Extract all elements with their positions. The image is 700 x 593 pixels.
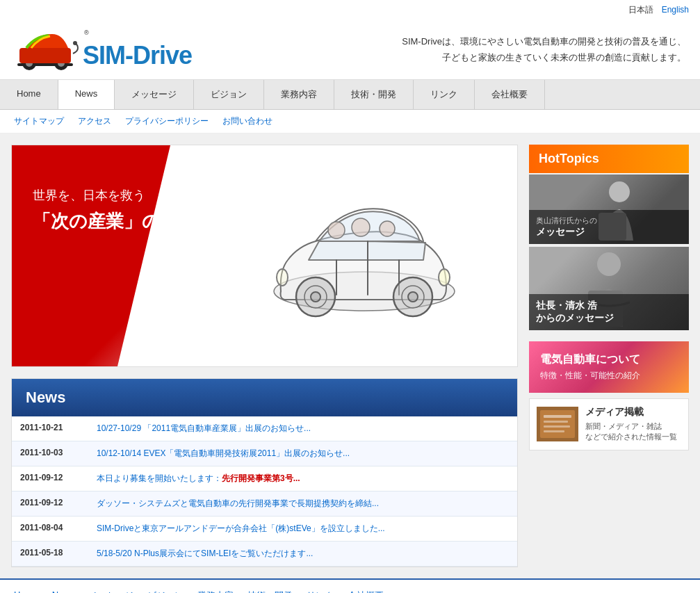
nav-tech[interactable]: 技術・開発 xyxy=(334,80,414,109)
ev-card-heading: 電気自動車について xyxy=(540,352,678,367)
footer-nav-company[interactable]: 会社概要 xyxy=(348,590,384,593)
table-row: 2011-08-04 SIM-Driveと東京アールアンドデーが合弁会社「(株)… xyxy=(12,517,517,542)
table-row: 2011-09-12 本日より募集を開始いたします：先行開発事業第3号... xyxy=(12,466,517,492)
news-text: 10/12-10/14 EVEX「電気自動車開発技術展2011」出展のお知らせ.… xyxy=(88,441,517,466)
media-text-area: メディア掲載 新聞・メディア・雑誌などで紹介された情報一覧 xyxy=(585,406,677,443)
news-highlight-link[interactable]: 先行開発事業第3号... xyxy=(222,473,300,483)
svg-rect-29 xyxy=(544,421,568,423)
svg-point-16 xyxy=(408,292,418,302)
tagline-line1: SIM-Driveは、環境にやさしい電気自動車の開発と技術の普及を通じ、 xyxy=(402,34,686,49)
card-1-overlay: 奥山清行氏からの メッセージ xyxy=(529,210,689,244)
lang-bar: 日本語 English xyxy=(0,0,700,20)
hero-text: 世界を、日本を救う 「次の産業」の創出 xyxy=(33,187,197,234)
table-row: 2011-05-18 5/18-5/20 N-Plus展示会にてSIM-LEIを… xyxy=(12,542,517,567)
tagline: SIM-Driveは、環境にやさしい電気自動車の開発と技術の普及を通じ、 子ども… xyxy=(402,34,686,65)
news-date: 2011-10-03 xyxy=(12,441,88,466)
news-text: SIM-Driveと東京アールアンドデーが合弁会社「(株)stEVe」を設立しま… xyxy=(88,517,517,542)
car-logo-icon xyxy=(14,27,80,72)
svg-point-21 xyxy=(277,269,288,286)
svg-point-18 xyxy=(352,218,370,236)
card-2-title: 社長・清水 浩からのメッセージ xyxy=(536,300,682,325)
tagline-line2: 子どもと家族の生きていく未来の世界の創造に貢献します。 xyxy=(402,50,686,65)
logo-area: ® SIM-Drive xyxy=(14,27,192,72)
news-text: 5/18-5/20 N-Plus展示会にてSIM-LEIをご覧いただけます... xyxy=(88,542,517,567)
sidebar: HotTopics 奥山清行氏からの メッセージ xyxy=(529,145,689,567)
sub-nav: サイトマップ アクセス プライバシーポリシー お問い合わせ xyxy=(0,110,700,133)
svg-rect-31 xyxy=(544,430,564,432)
nav-message[interactable]: メッセージ xyxy=(115,80,194,109)
hero-car-image xyxy=(253,173,475,340)
hot-topics-header: HotTopics xyxy=(529,145,689,173)
media-thumb-icon xyxy=(537,407,578,441)
news-heading: News xyxy=(26,389,503,407)
news-date: 2011-09-12 xyxy=(12,492,88,517)
logo-brand: SIM-Drive xyxy=(83,41,192,70)
svg-point-17 xyxy=(328,222,345,238)
news-date: 2011-08-04 xyxy=(12,517,88,542)
hero-line2: 「次の産業」の創出 xyxy=(33,209,197,234)
svg-point-6 xyxy=(73,41,77,45)
svg-point-19 xyxy=(380,221,395,236)
logo-text-area: ® SIM-Drive xyxy=(83,29,192,70)
svg-rect-30 xyxy=(544,425,570,428)
table-row: 2011-09-12 ダッソー・システムズと電気自動車の先行開発事業で長期提携契… xyxy=(12,492,517,517)
card-1-subtitle: 奥山清行氏からの xyxy=(536,216,682,226)
media-thumbnail xyxy=(537,407,578,441)
footer-nav-news[interactable]: News xyxy=(52,590,75,593)
japanese-label: 日本語 xyxy=(628,5,653,15)
news-text: ダッソー・システムズと電気自動車の先行開発事業で長期提携契約を締結... xyxy=(88,492,517,517)
nav-business[interactable]: 業務内容 xyxy=(264,80,334,109)
nav-links[interactable]: リンク xyxy=(414,80,475,109)
footer-nav: Home News メッセージ ビジョン 業務内容 技術・開発 リンク 会社概要… xyxy=(0,578,700,593)
news-section: News 2011-10-21 10/27-10/29 「2011電気自動車産業… xyxy=(11,378,518,567)
news-table: 2011-10-21 10/27-10/29 「2011電気自動車産業展」出展の… xyxy=(12,416,517,567)
media-card[interactable]: メディア掲載 新聞・メディア・雑誌などで紹介された情報一覧 xyxy=(529,398,689,450)
subnav-contact[interactable]: お問い合わせ xyxy=(222,115,272,127)
ev-card[interactable]: 電気自動車について 特徴・性能・可能性の紹介 xyxy=(529,341,689,393)
subnav-sitemap[interactable]: サイトマップ xyxy=(14,115,64,127)
media-card-heading: メディア掲載 xyxy=(585,406,677,419)
nav-company[interactable]: 会社概要 xyxy=(475,80,545,109)
subnav-access[interactable]: アクセス xyxy=(78,115,111,127)
svg-rect-27 xyxy=(540,410,575,438)
table-row: 2011-10-03 10/12-10/14 EVEX「電気自動車開発技術展20… xyxy=(12,441,517,466)
table-row: 2011-10-21 10/27-10/29 「2011電気自動車産業展」出展の… xyxy=(12,416,517,441)
nav-vision[interactable]: ビジョン xyxy=(194,80,264,109)
svg-point-13 xyxy=(311,292,320,302)
card-1-title: メッセージ xyxy=(536,226,682,238)
footer-nav-business[interactable]: 業務内容 xyxy=(197,590,234,593)
nav-home[interactable]: Home xyxy=(0,80,58,109)
hero-red-bg xyxy=(12,145,276,366)
svg-rect-28 xyxy=(544,415,571,418)
svg-rect-5 xyxy=(19,48,71,63)
nav-news[interactable]: News xyxy=(58,80,115,109)
hot-topics-card-2[interactable]: 社長・清水 浩からのメッセージ xyxy=(529,247,689,330)
main-nav: Home News メッセージ ビジョン 業務内容 技術・開発 リンク 会社概要 xyxy=(0,80,700,110)
news-date: 2011-10-21 xyxy=(12,416,88,441)
english-link[interactable]: English xyxy=(662,5,689,15)
subnav-privacy[interactable]: プライバシーポリシー xyxy=(125,115,209,127)
hot-topics-heading: HotTopics xyxy=(539,152,679,166)
svg-point-22 xyxy=(609,181,630,202)
footer-nav-links: Home News メッセージ ビジョン 業務内容 技術・開発 リンク 会社概要 xyxy=(14,590,686,593)
main-content: 世界を、日本を救う 「次の産業」の創出 xyxy=(11,145,518,567)
footer-nav-tech[interactable]: 技術・開発 xyxy=(247,590,293,593)
news-text: 本日より募集を開始いたします：先行開発事業第3号... xyxy=(88,466,517,492)
footer-nav-message[interactable]: メッセージ xyxy=(88,590,133,593)
news-text: 10/27-10/29 「2011電気自動車産業展」出展のお知らせ... xyxy=(88,416,517,441)
hero-line1: 世界を、日本を救う xyxy=(33,187,197,204)
svg-point-20 xyxy=(439,269,450,286)
hot-topics-card-1[interactable]: 奥山清行氏からの メッセージ xyxy=(529,174,689,244)
news-date: 2011-05-18 xyxy=(12,542,88,567)
hero-banner: 世界を、日本を救う 「次の産業」の創出 xyxy=(11,145,518,367)
news-date: 2011-09-12 xyxy=(12,466,88,492)
footer-nav-links[interactable]: リンク xyxy=(307,590,334,593)
content-wrapper: 世界を、日本を救う 「次の産業」の創出 xyxy=(0,133,700,578)
ev-card-text: 特徴・性能・可能性の紹介 xyxy=(540,370,678,382)
footer-nav-home[interactable]: Home xyxy=(14,590,38,593)
site-header: ® SIM-Drive SIM-Driveは、環境にやさしい電気自動車の開発と技… xyxy=(0,20,700,80)
card-2-overlay: 社長・清水 浩からのメッセージ xyxy=(529,294,689,330)
logo-registered: ® xyxy=(84,29,192,40)
media-card-text: 新聞・メディア・雑誌などで紹介された情報一覧 xyxy=(585,421,677,443)
footer-nav-vision[interactable]: ビジョン xyxy=(147,590,184,593)
